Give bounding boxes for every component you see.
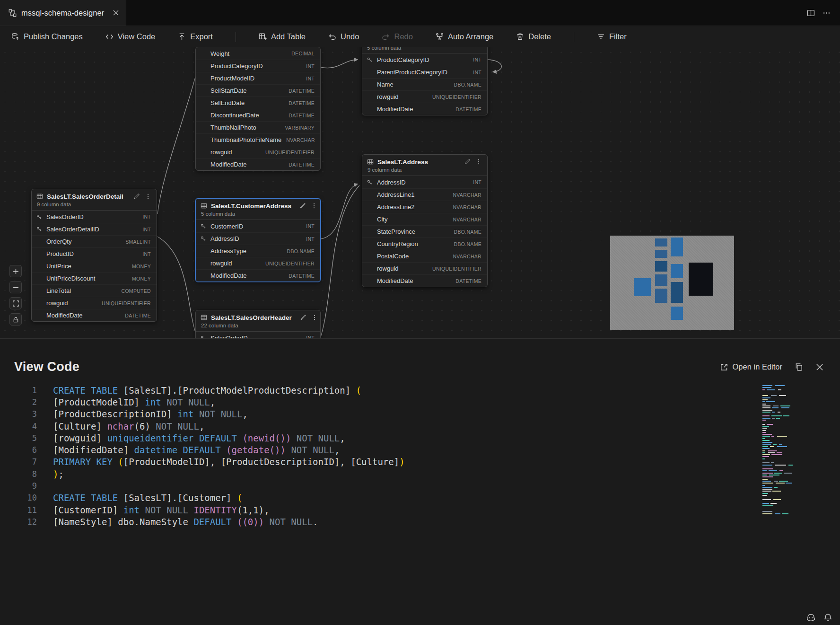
column-row[interactable]: WeightDECIMAL	[196, 47, 320, 60]
tab-mssql-schema-designer[interactable]: mssql-schema-designer	[0, 0, 126, 26]
column-row[interactable]: ThumbNailPhotoVARBINARY	[196, 121, 320, 133]
edit-table-icon[interactable]	[133, 193, 140, 200]
table-menu-icon[interactable]	[144, 193, 152, 200]
minimap-line	[762, 414, 796, 414]
column-row[interactable]: ProductIDINT	[32, 247, 157, 260]
column-name: rowguid	[377, 93, 399, 100]
column-row[interactable]: SalesOrderDetailIDINT	[32, 223, 157, 235]
column-name: AddressLine2	[377, 203, 415, 211]
column-row[interactable]: ModifiedDateDATETIME	[196, 158, 320, 170]
column-type: COMPUTED	[117, 288, 151, 294]
table-card-product-category[interactable]: 5 column dataProductCategoryIDINTParentP…	[362, 47, 488, 115]
column-row[interactable]: AddressLine2NVARCHAR	[362, 201, 487, 213]
canvas-minimap[interactable]	[610, 236, 734, 330]
column-row[interactable]: ModifiedDateDATETIME	[362, 103, 487, 115]
table-card-customer-address[interactable]: SalesLT.CustomerAddress5 column dataCust…	[195, 198, 321, 282]
column-row[interactable]: rowguidUNIQUEIDENTIFIER	[196, 257, 320, 269]
column-row[interactable]: StateProvinceDBO.NAME	[362, 225, 487, 238]
line-number: 5	[0, 433, 37, 443]
column-row[interactable]: CountryRegionDBO.NAME	[362, 238, 487, 250]
schema-canvas[interactable]: WeightDECIMALProductCategoryIDINTProduct…	[0, 47, 840, 338]
column-row[interactable]: rowguidUNIQUEIDENTIFIER	[362, 90, 487, 103]
column-row[interactable]: SellStartDateDATETIME	[196, 84, 320, 97]
table-card-sales-order-header[interactable]: SalesLT.SalesOrderHeader22 column dataSa…	[195, 310, 321, 338]
column-row[interactable]: PostalCodeNVARCHAR	[362, 250, 487, 262]
column-row[interactable]: ModifiedDateDATETIME	[32, 309, 157, 321]
table-menu-icon[interactable]	[475, 158, 482, 166]
open-in-editor-button[interactable]: Open in Editor	[720, 362, 782, 371]
more-actions-icon[interactable]	[822, 9, 831, 17]
column-row[interactable]: ThumbnailPhotoFileNameNVARCHAR	[196, 133, 320, 146]
add-table-button[interactable]: Add Table	[259, 32, 306, 41]
view-code-panel: View Code Open in Editor 1CREATE TABLE […	[0, 338, 840, 625]
view-code-button[interactable]: View Code	[105, 32, 156, 41]
code-minimap[interactable]	[762, 385, 796, 515]
table-card-sales-order-detail[interactable]: SalesLT.SalesOrderDetail9 column dataSal…	[31, 189, 157, 322]
lock-button[interactable]	[9, 313, 22, 326]
minimap-line	[762, 444, 796, 445]
column-type: SMALLINT	[121, 239, 151, 245]
column-row[interactable]: NameDBO.NAME	[362, 78, 487, 90]
edit-table-icon[interactable]	[299, 314, 307, 321]
column-row[interactable]: DiscontinuedDateDATETIME	[196, 109, 320, 121]
table-menu-icon[interactable]	[311, 314, 318, 321]
column-row[interactable]: UnitPriceMONEY	[32, 260, 157, 272]
table-card-address[interactable]: SalesLT.Address9 column dataAddressIDINT…	[362, 154, 488, 287]
column-row[interactable]: AddressIDINT	[362, 176, 487, 188]
edit-table-icon[interactable]	[299, 202, 306, 210]
column-row[interactable]: ProductCategoryIDINT	[196, 60, 320, 72]
redo-button[interactable]: Redo	[382, 32, 412, 41]
column-row[interactable]: LineTotalCOMPUTED	[32, 284, 157, 297]
minimap-line	[762, 395, 796, 396]
zoom-in-button[interactable]	[9, 265, 22, 277]
column-row[interactable]: SalesOrderIDINT	[196, 332, 320, 338]
table-menu-icon[interactable]	[310, 202, 318, 210]
edit-table-icon[interactable]	[464, 158, 471, 166]
split-editor-icon[interactable]	[807, 9, 815, 17]
column-row[interactable]: rowguidUNIQUEIDENTIFIER	[196, 146, 320, 158]
column-row[interactable]: rowguidUNIQUEIDENTIFIER	[362, 262, 487, 274]
close-panel-icon[interactable]	[815, 363, 824, 371]
table-card-header: SalesLT.SalesOrderDetail9 column data	[32, 189, 157, 211]
column-row[interactable]: SellEndDateDATETIME	[196, 97, 320, 109]
column-row[interactable]: ModifiedDateDATETIME	[196, 269, 320, 282]
column-row[interactable]: rowguidUNIQUEIDENTIFIER	[32, 297, 157, 309]
column-type: NVARCHAR	[448, 217, 481, 222]
zoom-out-button[interactable]	[9, 281, 22, 293]
column-row[interactable]: AddressTypeDBO.NAME	[196, 245, 320, 257]
table-card-product-partial[interactable]: WeightDECIMALProductCategoryIDINTProduct…	[195, 47, 321, 171]
export-button[interactable]: Export	[178, 32, 213, 41]
column-row[interactable]: AddressIDINT	[196, 232, 320, 245]
column-row[interactable]: ParentProductCategoryIDINT	[362, 66, 487, 78]
column-row[interactable]: CustomerIDINT	[196, 220, 320, 232]
column-row[interactable]: UnitPriceDiscountMONEY	[32, 272, 157, 284]
code-editor[interactable]: 1CREATE TABLE [SalesLT].[ProductModelPro…	[0, 384, 840, 528]
code-token: int	[177, 409, 193, 419]
tab-close-icon[interactable]	[113, 9, 119, 16]
column-row[interactable]: CityNVARCHAR	[362, 213, 487, 225]
column-name: ProductID	[46, 250, 74, 257]
minimap-line	[762, 511, 796, 512]
column-row[interactable]: AddressLine1NVARCHAR	[362, 188, 487, 201]
undo-button[interactable]: Undo	[328, 32, 359, 41]
auto-arrange-button[interactable]: Auto Arrange	[436, 32, 493, 41]
fit-to-screen-button[interactable]	[9, 297, 22, 309]
minimap-line	[762, 397, 796, 398]
column-name: ProductCategoryID	[377, 56, 429, 63]
filter-button[interactable]: Filter	[597, 32, 627, 41]
delete-button[interactable]: Delete	[516, 32, 551, 41]
minimap-table-block	[655, 274, 667, 286]
code-token	[177, 445, 183, 455]
column-row[interactable]: ProductCategoryIDINT	[362, 53, 487, 66]
column-row[interactable]: SalesOrderIDINT	[32, 211, 157, 223]
external-link-icon	[720, 363, 728, 371]
column-row[interactable]: ProductModelIDINT	[196, 72, 320, 84]
code-token: DEFAULT	[193, 517, 231, 527]
column-row[interactable]: OrderQtySMALLINT	[32, 235, 157, 247]
relationship-line	[488, 60, 501, 72]
copilot-icon[interactable]	[806, 613, 815, 622]
notifications-bell-icon[interactable]	[823, 613, 832, 622]
publish-changes-button[interactable]: Publish Changes	[11, 32, 83, 41]
copy-icon[interactable]	[795, 363, 803, 371]
column-row[interactable]: ModifiedDateDATETIME	[362, 274, 487, 287]
